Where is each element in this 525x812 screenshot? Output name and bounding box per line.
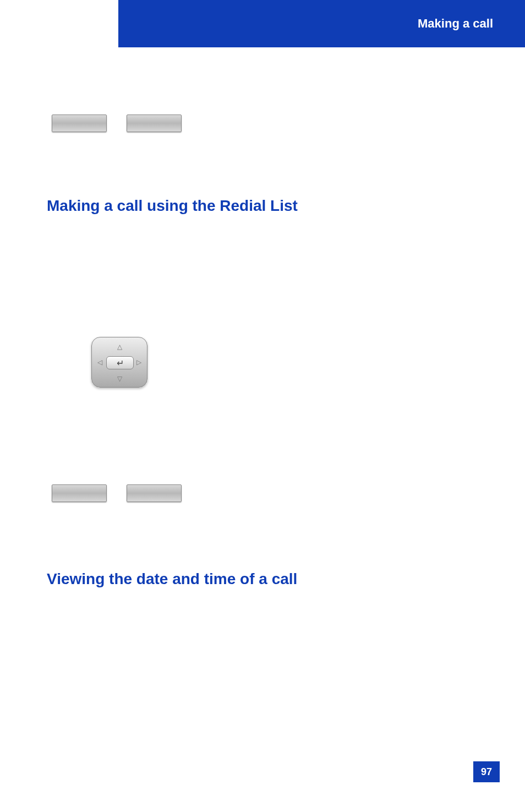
page-header: Making a call xyxy=(118,0,525,47)
navigation-key-body: △ ▽ ◁ ▷ ↵ xyxy=(91,337,147,388)
arrow-right-icon: ▷ xyxy=(136,358,141,366)
softkey-left-icon xyxy=(52,115,107,132)
navigation-key-icon: △ ▽ ◁ ▷ ↵ xyxy=(91,337,147,388)
softkey-left-icon xyxy=(52,484,107,502)
arrow-up-icon: △ xyxy=(117,343,122,351)
arrow-down-icon: ▽ xyxy=(117,375,122,383)
heading-viewing-datetime: Viewing the date and time of a call xyxy=(47,570,297,588)
softkey-row-1 xyxy=(52,115,182,132)
softkey-right-icon xyxy=(127,115,182,132)
enter-arrow-icon: ↵ xyxy=(117,358,124,368)
enter-key-icon: ↵ xyxy=(106,356,134,369)
arrow-left-icon: ◁ xyxy=(97,358,102,366)
softkey-row-2 xyxy=(52,484,182,502)
heading-redial-list: Making a call using the Redial List xyxy=(47,197,298,215)
page-number-box: 97 xyxy=(473,761,500,782)
page-number: 97 xyxy=(481,766,492,778)
header-title: Making a call xyxy=(418,17,493,31)
softkey-right-icon xyxy=(127,484,182,502)
